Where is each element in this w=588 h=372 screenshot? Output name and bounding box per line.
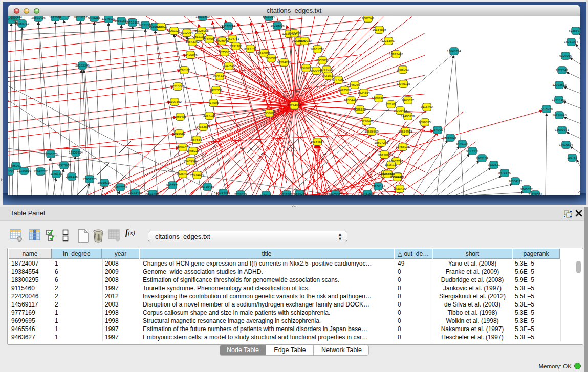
svg-text:14495759: 14495759 [401, 114, 415, 118]
svg-text:6475255: 6475255 [88, 16, 101, 19]
svg-text:10958127: 10958127 [97, 181, 112, 184]
svg-text:12975125: 12975125 [396, 82, 410, 85]
svg-text:10688609: 10688609 [364, 129, 379, 133]
svg-text:7816184: 7816184 [58, 16, 71, 18]
svg-text:16961758: 16961758 [310, 47, 324, 51]
svg-text:3498222: 3498222 [187, 149, 200, 152]
svg-text:1145139: 1145139 [50, 172, 62, 176]
svg-text:16210643: 16210643 [552, 113, 567, 117]
svg-text:13692971: 13692971 [555, 128, 569, 132]
svg-text:10807487: 10807487 [372, 96, 386, 100]
svg-text:1588520: 1588520 [265, 56, 278, 60]
svg-text:2530027: 2530027 [263, 111, 276, 115]
svg-text:39153: 39153 [8, 169, 14, 173]
svg-text:2718176: 2718176 [178, 68, 191, 72]
svg-text:19654923: 19654923 [398, 129, 412, 133]
svg-text:7632621: 7632621 [488, 163, 500, 166]
svg-text:12093822: 12093822 [552, 83, 567, 86]
svg-text:9684067: 9684067 [378, 152, 391, 156]
svg-text:116753: 116753 [567, 156, 578, 159]
svg-text:3267130: 3267130 [203, 114, 216, 117]
svg-text:6497568: 6497568 [338, 88, 351, 92]
svg-text:17957225: 17957225 [82, 177, 97, 181]
svg-text:28053346: 28053346 [75, 63, 90, 67]
svg-text:1733426: 1733426 [394, 187, 406, 190]
svg-text:12444193: 12444193 [552, 98, 566, 101]
svg-text:96405377: 96405377 [328, 192, 342, 195]
svg-text:8031441: 8031441 [213, 74, 226, 78]
svg-text:15720407: 15720407 [359, 119, 374, 123]
svg-text:15136141: 15136141 [371, 184, 385, 188]
svg-text:9329966: 9329966 [559, 54, 572, 57]
svg-text:9115460: 9115460 [421, 105, 433, 108]
svg-text:10654112: 10654112 [508, 179, 522, 183]
svg-text:9474444: 9474444 [466, 149, 479, 152]
svg-text:9463627: 9463627 [402, 98, 415, 102]
svg-text:32975657: 32975657 [57, 163, 71, 167]
svg-text:9699695: 9699695 [419, 120, 431, 124]
svg-text:9242848: 9242848 [223, 64, 235, 68]
svg-text:10973493: 10973493 [389, 52, 403, 56]
svg-text:9245652: 9245652 [520, 187, 533, 191]
svg-text:9457771: 9457771 [166, 183, 179, 187]
svg-text:4711382: 4711382 [280, 192, 293, 195]
svg-text:13276021: 13276021 [101, 17, 116, 20]
svg-text:10719155: 10719155 [125, 20, 140, 24]
svg-text:13207746: 13207746 [389, 159, 403, 163]
svg-text:746266: 746266 [350, 83, 360, 86]
svg-text:9600133: 9600133 [10, 16, 23, 18]
svg-text:1985495: 1985495 [174, 115, 187, 118]
svg-text:16640910: 16640910 [297, 39, 312, 42]
svg-text:7986322: 7986322 [354, 107, 366, 111]
svg-text:81754965: 81754965 [216, 191, 230, 194]
svg-text:9521456: 9521456 [146, 192, 159, 195]
svg-text:12156829: 12156829 [17, 169, 31, 172]
svg-text:1916682: 1916682 [173, 132, 186, 135]
svg-text:16154808: 16154808 [372, 28, 386, 31]
svg-text:23420046: 23420046 [183, 53, 198, 56]
svg-text:75869261: 75869261 [292, 192, 307, 195]
svg-text:53226058: 53226058 [194, 29, 209, 32]
svg-text:7955812: 7955812 [316, 58, 329, 62]
svg-text:17004678: 17004678 [176, 145, 190, 149]
svg-text:2935134: 2935134 [476, 156, 489, 160]
svg-text:16782759: 16782759 [113, 185, 127, 189]
svg-text:6193990: 6193990 [203, 37, 216, 41]
svg-text:17016504: 17016504 [559, 143, 573, 146]
svg-text:2087642: 2087642 [362, 16, 375, 20]
svg-text:16914479: 16914479 [190, 173, 204, 177]
svg-text:16107552: 16107552 [167, 100, 182, 103]
svg-text:1624554: 1624554 [358, 91, 371, 94]
svg-text:10756928: 10756928 [396, 145, 410, 148]
svg-text:8471676: 8471676 [498, 171, 511, 174]
svg-text:6479197: 6479197 [456, 142, 469, 145]
svg-text:2905135: 2905135 [66, 174, 78, 178]
svg-text:34624751: 34624751 [225, 37, 239, 40]
svg-text:12213967: 12213967 [381, 39, 396, 42]
svg-text:3215938: 3215938 [540, 107, 553, 111]
svg-text:12942737: 12942737 [33, 169, 48, 173]
svg-text:1746120: 1746120 [260, 193, 273, 195]
svg-text:16033809: 16033809 [195, 16, 210, 18]
svg-text:12923466: 12923466 [128, 191, 142, 194]
svg-text:15751074: 15751074 [564, 40, 578, 43]
svg-text:20206576: 20206576 [43, 152, 58, 156]
svg-text:19218906: 19218906 [270, 24, 285, 27]
svg-text:85574443: 85574443 [390, 175, 404, 179]
svg-text:7991183: 7991183 [230, 44, 242, 48]
svg-text:18807249: 18807249 [374, 141, 388, 144]
svg-text:15716485: 15716485 [200, 185, 214, 188]
svg-text:18724007: 18724007 [287, 103, 301, 107]
svg-text:9734028: 9734028 [320, 68, 333, 71]
svg-text:71756551: 71756551 [528, 192, 542, 195]
svg-text:9427552: 9427552 [210, 88, 223, 92]
svg-text:3960124: 3960124 [168, 29, 181, 32]
svg-text:164095: 164095 [432, 128, 443, 132]
svg-text:20691406: 20691406 [31, 16, 46, 19]
svg-text:14353594: 14353594 [196, 125, 210, 128]
svg-text:16648784: 16648784 [447, 49, 461, 53]
svg-text:7625402: 7625402 [177, 172, 189, 176]
svg-text:73572274: 73572274 [221, 24, 235, 28]
svg-text:9777169: 9777169 [332, 78, 345, 81]
svg-text:3709859: 3709859 [234, 192, 247, 195]
